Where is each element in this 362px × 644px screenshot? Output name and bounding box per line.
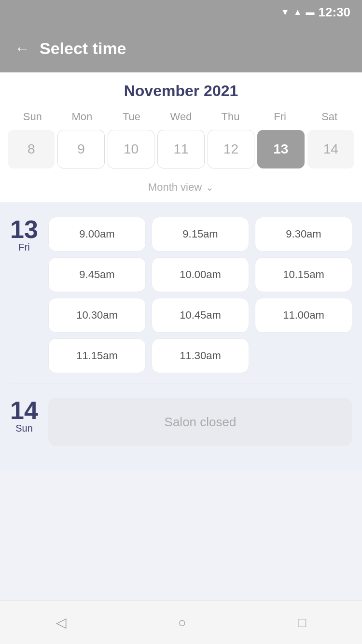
salon-closed-text: Salon closed xyxy=(165,415,237,430)
signal-icon: ▲ xyxy=(293,7,302,17)
cal-day-13[interactable]: 13 xyxy=(257,130,304,168)
chevron-down-icon: ⌄ xyxy=(206,182,214,193)
time-slots-area: 13 Fri 9.00am 9.15am 9.30am 9.45am 10.00… xyxy=(0,202,362,470)
slot-945am[interactable]: 9.45am xyxy=(48,257,146,292)
cal-day-8[interactable]: 8 xyxy=(8,130,55,168)
battery-icon: ▬ xyxy=(306,7,315,17)
day-name-14: Sun xyxy=(10,423,39,434)
slot-1130am[interactable]: 11.30am xyxy=(152,338,249,373)
slot-1115am[interactable]: 11.15am xyxy=(48,338,146,373)
cal-day-12[interactable]: 12 xyxy=(208,130,254,168)
weekday-wed: Wed xyxy=(156,108,206,126)
day-block-14: 14 Sun Salon closed xyxy=(0,383,362,456)
slots-grid-13: 9.00am 9.15am 9.30am 9.45am 10.00am 10.1… xyxy=(48,217,352,373)
bottom-nav: ◁ ○ □ xyxy=(0,601,362,644)
slot-900am[interactable]: 9.00am xyxy=(48,217,146,252)
slot-1030am[interactable]: 10.30am xyxy=(48,298,146,333)
weekday-sat: Sat xyxy=(305,108,354,126)
status-bar: ▼ ▲ ▬ 12:30 xyxy=(0,0,362,24)
cal-day-11[interactable]: 11 xyxy=(157,130,204,168)
slot-1015am[interactable]: 10.15am xyxy=(255,257,352,292)
weekday-tue: Tue xyxy=(107,108,156,126)
day-block-13: 13 Fri 9.00am 9.15am 9.30am 9.45am 10.00… xyxy=(0,202,362,383)
week-days-row: Sun Mon Tue Wed Thu Fri Sat xyxy=(8,108,354,126)
day-number-13: 13 xyxy=(10,217,39,242)
cal-day-10[interactable]: 10 xyxy=(108,130,154,168)
header: ← Select time xyxy=(0,24,362,72)
page-title: Select time xyxy=(40,39,126,58)
weekday-fri: Fri xyxy=(255,108,305,126)
cal-day-14[interactable]: 14 xyxy=(307,130,354,168)
calendar-row: 8 9 10 11 12 13 14 xyxy=(8,130,354,168)
day-name-13: Fri xyxy=(10,242,39,253)
weekday-thu: Thu xyxy=(206,108,255,126)
calendar-section: November 2021 Sun Mon Tue Wed Thu Fri Sa… xyxy=(0,72,362,202)
nav-back-button[interactable]: ◁ xyxy=(56,615,67,630)
cal-day-9[interactable]: 9 xyxy=(57,130,104,168)
weekday-sun: Sun xyxy=(8,108,57,126)
slot-1100am[interactable]: 11.00am xyxy=(255,298,352,333)
nav-recent-button[interactable]: □ xyxy=(298,615,306,630)
status-icons: ▼ ▲ ▬ 12:30 xyxy=(281,5,350,20)
day-label-14: 14 Sun xyxy=(10,398,39,434)
slot-915am[interactable]: 9.15am xyxy=(152,217,249,252)
nav-home-button[interactable]: ○ xyxy=(178,615,186,630)
month-view-toggle[interactable]: Month view ⌄ xyxy=(8,174,354,202)
wifi-icon: ▼ xyxy=(281,7,290,17)
day-number-14: 14 xyxy=(10,398,39,423)
slot-930am[interactable]: 9.30am xyxy=(255,217,352,252)
month-year-title: November 2021 xyxy=(8,82,354,100)
slot-1045am[interactable]: 10.45am xyxy=(152,298,249,333)
day-label-13: 13 Fri xyxy=(10,217,39,253)
back-button[interactable]: ← xyxy=(14,40,30,57)
month-view-label: Month view xyxy=(148,181,202,194)
salon-closed-box: Salon closed xyxy=(48,398,352,446)
status-time: 12:30 xyxy=(319,5,351,20)
weekday-mon: Mon xyxy=(57,108,107,126)
slot-1000am[interactable]: 10.00am xyxy=(152,257,249,292)
